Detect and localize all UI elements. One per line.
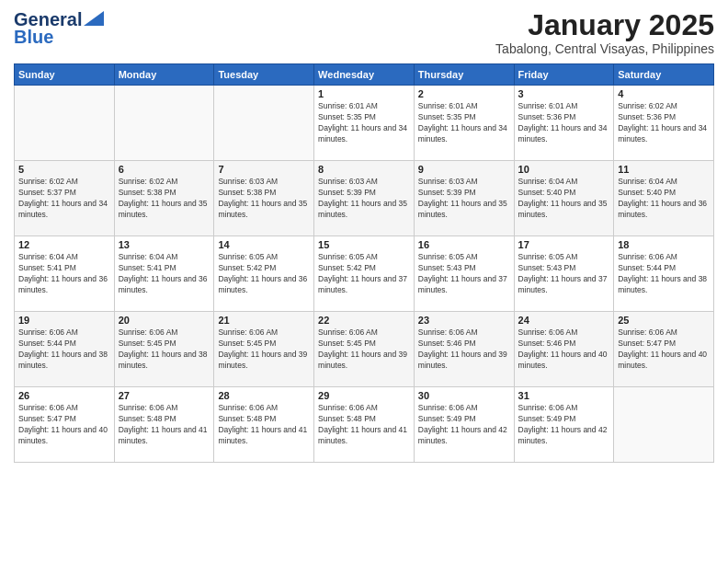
day-info: Sunrise: 6:05 AMSunset: 5:42 PMDaylight:… xyxy=(318,252,410,296)
week-row-3: 12Sunrise: 6:04 AMSunset: 5:41 PMDayligh… xyxy=(15,236,714,312)
day-number: 28 xyxy=(218,390,310,401)
day-number: 17 xyxy=(518,239,610,250)
calendar-cell: 22Sunrise: 6:06 AMSunset: 5:45 PMDayligh… xyxy=(314,312,415,387)
day-number: 3 xyxy=(518,88,610,99)
day-number: 4 xyxy=(618,88,710,99)
header-day-wednesday: Wednesday xyxy=(314,64,415,86)
day-info: Sunrise: 6:01 AMSunset: 5:36 PMDaylight:… xyxy=(518,101,610,145)
calendar-table: SundayMondayTuesdayWednesdayThursdayFrid… xyxy=(14,63,714,463)
day-number: 2 xyxy=(418,88,510,99)
week-row-2: 5Sunrise: 6:02 AMSunset: 5:37 PMDaylight… xyxy=(15,161,714,236)
day-info: Sunrise: 6:06 AMSunset: 5:49 PMDaylight:… xyxy=(418,403,510,447)
calendar-cell: 4Sunrise: 6:02 AMSunset: 5:36 PMDaylight… xyxy=(614,86,714,161)
day-number: 21 xyxy=(218,315,310,326)
calendar-cell xyxy=(214,86,314,161)
calendar-cell: 9Sunrise: 6:03 AMSunset: 5:39 PMDaylight… xyxy=(414,161,514,236)
day-number: 29 xyxy=(318,390,410,401)
day-info: Sunrise: 6:06 AMSunset: 5:45 PMDaylight:… xyxy=(119,327,210,372)
day-info: Sunrise: 6:02 AMSunset: 5:37 PMDaylight:… xyxy=(18,177,110,221)
day-number: 20 xyxy=(119,315,210,326)
calendar-cell: 23Sunrise: 6:06 AMSunset: 5:46 PMDayligh… xyxy=(414,312,514,387)
calendar-cell: 16Sunrise: 6:05 AMSunset: 5:43 PMDayligh… xyxy=(414,236,514,312)
day-number: 24 xyxy=(518,315,610,326)
calendar-cell: 15Sunrise: 6:05 AMSunset: 5:42 PMDayligh… xyxy=(314,236,415,312)
day-number: 19 xyxy=(18,315,110,326)
day-info: Sunrise: 6:01 AMSunset: 5:35 PMDaylight:… xyxy=(318,101,410,145)
calendar-title: January 2025 xyxy=(495,9,714,41)
calendar-cell: 25Sunrise: 6:06 AMSunset: 5:47 PMDayligh… xyxy=(614,312,714,387)
day-info: Sunrise: 6:03 AMSunset: 5:39 PMDaylight:… xyxy=(418,177,510,221)
calendar-cell: 19Sunrise: 6:06 AMSunset: 5:44 PMDayligh… xyxy=(15,312,115,387)
day-info: Sunrise: 6:03 AMSunset: 5:38 PMDaylight:… xyxy=(218,177,310,221)
week-row-1: 1Sunrise: 6:01 AMSunset: 5:35 PMDaylight… xyxy=(15,86,714,161)
day-number: 14 xyxy=(218,239,310,250)
calendar-cell: 14Sunrise: 6:05 AMSunset: 5:42 PMDayligh… xyxy=(214,236,314,312)
day-number: 9 xyxy=(418,164,510,175)
header-day-sunday: Sunday xyxy=(15,64,115,86)
calendar-cell: 28Sunrise: 6:06 AMSunset: 5:48 PMDayligh… xyxy=(214,387,314,463)
day-info: Sunrise: 6:06 AMSunset: 5:46 PMDaylight:… xyxy=(418,327,510,372)
day-number: 11 xyxy=(618,164,710,175)
header-day-monday: Monday xyxy=(114,64,214,86)
calendar-cell: 17Sunrise: 6:05 AMSunset: 5:43 PMDayligh… xyxy=(514,236,614,312)
week-row-5: 26Sunrise: 6:06 AMSunset: 5:47 PMDayligh… xyxy=(15,387,714,463)
calendar-subtitle: Tabalong, Central Visayas, Philippines xyxy=(495,41,714,56)
day-number: 27 xyxy=(119,390,210,401)
day-info: Sunrise: 6:01 AMSunset: 5:35 PMDaylight:… xyxy=(418,101,510,145)
day-number: 23 xyxy=(418,315,510,326)
calendar-cell: 30Sunrise: 6:06 AMSunset: 5:49 PMDayligh… xyxy=(414,387,514,463)
logo-icon xyxy=(84,11,104,26)
calendar-body: 1Sunrise: 6:01 AMSunset: 5:35 PMDaylight… xyxy=(15,86,714,463)
calendar-cell: 24Sunrise: 6:06 AMSunset: 5:46 PMDayligh… xyxy=(514,312,614,387)
day-info: Sunrise: 6:06 AMSunset: 5:45 PMDaylight:… xyxy=(318,327,410,372)
header: General Blue January 2025 Tabalong, Cent… xyxy=(14,9,714,56)
calendar-cell: 6Sunrise: 6:02 AMSunset: 5:38 PMDaylight… xyxy=(114,161,214,236)
logo-blue: Blue xyxy=(14,27,53,48)
day-number: 25 xyxy=(618,315,710,326)
header-day-saturday: Saturday xyxy=(614,64,714,86)
day-number: 8 xyxy=(318,164,410,175)
page: General Blue January 2025 Tabalong, Cent… xyxy=(0,0,728,563)
day-info: Sunrise: 6:04 AMSunset: 5:40 PMDaylight:… xyxy=(518,177,610,221)
calendar-cell xyxy=(114,86,214,161)
calendar-cell: 1Sunrise: 6:01 AMSunset: 5:35 PMDaylight… xyxy=(314,86,415,161)
calendar-cell: 12Sunrise: 6:04 AMSunset: 5:41 PMDayligh… xyxy=(15,236,115,312)
header-row: SundayMondayTuesdayWednesdayThursdayFrid… xyxy=(15,64,714,86)
day-info: Sunrise: 6:06 AMSunset: 5:44 PMDaylight:… xyxy=(618,252,710,296)
day-info: Sunrise: 6:06 AMSunset: 5:48 PMDaylight:… xyxy=(119,403,210,447)
header-day-tuesday: Tuesday xyxy=(214,64,314,86)
svg-marker-0 xyxy=(84,11,104,26)
day-number: 31 xyxy=(518,390,610,401)
day-info: Sunrise: 6:02 AMSunset: 5:38 PMDaylight:… xyxy=(119,177,210,221)
calendar-cell: 10Sunrise: 6:04 AMSunset: 5:40 PMDayligh… xyxy=(514,161,614,236)
calendar-cell xyxy=(614,387,714,463)
calendar-cell: 29Sunrise: 6:06 AMSunset: 5:48 PMDayligh… xyxy=(314,387,415,463)
day-number: 16 xyxy=(418,239,510,250)
calendar-cell: 20Sunrise: 6:06 AMSunset: 5:45 PMDayligh… xyxy=(114,312,214,387)
day-number: 10 xyxy=(518,164,610,175)
calendar-header: SundayMondayTuesdayWednesdayThursdayFrid… xyxy=(15,64,714,86)
logo: General Blue xyxy=(14,9,104,48)
day-number: 26 xyxy=(18,390,110,401)
calendar-cell: 5Sunrise: 6:02 AMSunset: 5:37 PMDaylight… xyxy=(15,161,115,236)
calendar-cell: 2Sunrise: 6:01 AMSunset: 5:35 PMDaylight… xyxy=(414,86,514,161)
calendar-cell: 13Sunrise: 6:04 AMSunset: 5:41 PMDayligh… xyxy=(114,236,214,312)
day-number: 7 xyxy=(218,164,310,175)
calendar-cell: 7Sunrise: 6:03 AMSunset: 5:38 PMDaylight… xyxy=(214,161,314,236)
day-number: 12 xyxy=(18,239,110,250)
calendar-cell: 27Sunrise: 6:06 AMSunset: 5:48 PMDayligh… xyxy=(114,387,214,463)
day-info: Sunrise: 6:06 AMSunset: 5:47 PMDaylight:… xyxy=(18,403,110,447)
title-area: January 2025 Tabalong, Central Visayas, … xyxy=(495,9,714,56)
day-info: Sunrise: 6:02 AMSunset: 5:36 PMDaylight:… xyxy=(618,101,710,145)
day-info: Sunrise: 6:06 AMSunset: 5:48 PMDaylight:… xyxy=(318,403,410,447)
day-info: Sunrise: 6:04 AMSunset: 5:41 PMDaylight:… xyxy=(18,252,110,296)
day-number: 13 xyxy=(119,239,210,250)
day-info: Sunrise: 6:06 AMSunset: 5:47 PMDaylight:… xyxy=(618,327,710,372)
day-number: 30 xyxy=(418,390,510,401)
calendar-cell xyxy=(15,86,115,161)
day-number: 5 xyxy=(18,164,110,175)
day-info: Sunrise: 6:06 AMSunset: 5:44 PMDaylight:… xyxy=(18,327,110,372)
calendar-cell: 3Sunrise: 6:01 AMSunset: 5:36 PMDaylight… xyxy=(514,86,614,161)
calendar-cell: 21Sunrise: 6:06 AMSunset: 5:45 PMDayligh… xyxy=(214,312,314,387)
day-number: 6 xyxy=(119,164,210,175)
